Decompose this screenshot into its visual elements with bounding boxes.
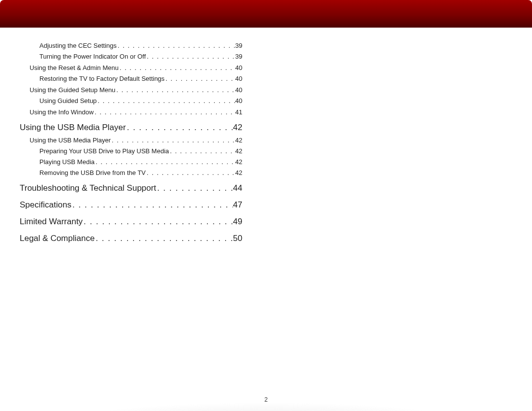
toc-entry-page: 50 bbox=[233, 234, 242, 243]
toc-entry-page: 42 bbox=[235, 169, 242, 176]
toc-entry: Using the USB Media Player. . . . . . . … bbox=[20, 123, 242, 133]
toc-entry: Specifications. . . . . . . . . . . . . … bbox=[20, 200, 242, 210]
toc-dot-leader: . . . . . . . . . . . . . . . . . . . . … bbox=[119, 64, 235, 71]
toc-entry-page: 40 bbox=[235, 75, 242, 82]
toc-entry: Preparing Your USB Drive to Play USB Med… bbox=[20, 147, 242, 155]
toc-entry: Legal & Compliance. . . . . . . . . . . … bbox=[20, 234, 242, 243]
toc-entry-title: Adjusting the CEC Settings bbox=[39, 42, 117, 49]
toc-dot-leader: . . . . . . . . . . . . . . . . . . . . … bbox=[97, 97, 235, 104]
toc-entry: Troubleshooting & Technical Support. . .… bbox=[20, 183, 242, 193]
toc-entry-page: 49 bbox=[233, 217, 242, 227]
toc-dot-leader: . . . . . . . . . . . . . . . . . . . . … bbox=[126, 123, 233, 133]
toc-entry-title: Using the USB Media Player bbox=[30, 137, 111, 144]
toc-dot-leader: . . . . . . . . . . . . . . . . . . . . … bbox=[111, 137, 235, 144]
toc-dot-leader: . . . . . . . . . . . . . . . . . . . . … bbox=[169, 147, 235, 155]
toc-dot-leader: . . . . . . . . . . . . . . . . . . . . … bbox=[156, 183, 233, 193]
toc-entry-title: Preparing Your USB Drive to Play USB Med… bbox=[39, 147, 169, 155]
toc-entry-page: 40 bbox=[235, 86, 242, 94]
page-number: 2 bbox=[0, 396, 532, 403]
toc-dot-leader: . . . . . . . . . . . . . . . . . . . . … bbox=[146, 169, 235, 176]
toc-entry-title: Playing USB Media bbox=[39, 158, 95, 166]
toc-entry: Using the USB Media Player. . . . . . . … bbox=[20, 137, 242, 144]
toc-entry: Limited Warranty. . . . . . . . . . . . … bbox=[20, 217, 242, 227]
toc-entry: Turning the Power Indicator On or Off. .… bbox=[20, 53, 242, 60]
toc-dot-leader: . . . . . . . . . . . . . . . . . . . . … bbox=[117, 42, 235, 49]
header-banner bbox=[0, 0, 532, 28]
toc-entry-title: Specifications bbox=[20, 200, 71, 210]
toc-entry: Using the Reset & Admin Menu. . . . . . … bbox=[20, 64, 242, 71]
toc-entry-title: Legal & Compliance bbox=[20, 234, 95, 243]
toc-entry-title: Using the USB Media Player bbox=[20, 123, 126, 133]
toc-entry: Using the Guided Setup Menu. . . . . . .… bbox=[20, 86, 242, 94]
toc-entry-title: Limited Warranty bbox=[20, 217, 83, 227]
toc-entry-title: Restoring the TV to Factory Default Sett… bbox=[39, 75, 165, 82]
toc-entry: Restoring the TV to Factory Default Sett… bbox=[20, 75, 242, 82]
toc-entry-page: 42 bbox=[235, 137, 242, 144]
toc-dot-leader: . . . . . . . . . . . . . . . . . . . . … bbox=[165, 75, 235, 82]
toc-dot-leader: . . . . . . . . . . . . . . . . . . . . … bbox=[95, 158, 235, 166]
toc-dot-leader: . . . . . . . . . . . . . . . . . . . . … bbox=[146, 53, 235, 60]
toc-entry-page: 42 bbox=[235, 147, 242, 155]
toc-entry: Using the Info Window. . . . . . . . . .… bbox=[20, 108, 242, 116]
toc-entry-page: 39 bbox=[235, 42, 242, 49]
toc-entry: Removing the USB Drive from the TV. . . … bbox=[20, 169, 242, 176]
toc-entry-title: Using Guided Setup bbox=[39, 97, 97, 104]
toc-entry-page: 40 bbox=[235, 97, 242, 104]
toc-column: Adjusting the CEC Settings. . . . . . . … bbox=[20, 38, 242, 244]
toc-entry: Adjusting the CEC Settings. . . . . . . … bbox=[20, 42, 242, 49]
toc-entry-page: 41 bbox=[235, 108, 242, 116]
toc-dot-leader: . . . . . . . . . . . . . . . . . . . . … bbox=[94, 108, 235, 116]
toc-dot-leader: . . . . . . . . . . . . . . . . . . . . … bbox=[115, 86, 235, 94]
toc-entry-title: Removing the USB Drive from the TV bbox=[39, 169, 146, 176]
toc-entry-page: 42 bbox=[233, 123, 242, 133]
toc-entry: Using Guided Setup. . . . . . . . . . . … bbox=[20, 97, 242, 104]
toc-entry-page: 44 bbox=[233, 183, 242, 193]
toc-entry-page: 40 bbox=[235, 64, 242, 71]
toc-entry: Playing USB Media. . . . . . . . . . . .… bbox=[20, 158, 242, 166]
toc-entry-title: Using the Reset & Admin Menu bbox=[30, 64, 119, 71]
toc-entry-title: Turning the Power Indicator On or Off bbox=[39, 53, 146, 60]
toc-dot-leader: . . . . . . . . . . . . . . . . . . . . … bbox=[71, 200, 233, 210]
toc-dot-leader: . . . . . . . . . . . . . . . . . . . . … bbox=[83, 217, 233, 227]
toc-entry-page: 39 bbox=[235, 53, 242, 60]
toc-entry-title: Using the Info Window bbox=[30, 108, 94, 116]
toc-entry-title: Using the Guided Setup Menu bbox=[30, 86, 115, 94]
toc-entry-page: 47 bbox=[233, 200, 242, 210]
toc-entry-page: 42 bbox=[235, 158, 242, 166]
toc-entry-title: Troubleshooting & Technical Support bbox=[20, 183, 156, 193]
toc-dot-leader: . . . . . . . . . . . . . . . . . . . . … bbox=[95, 234, 233, 243]
